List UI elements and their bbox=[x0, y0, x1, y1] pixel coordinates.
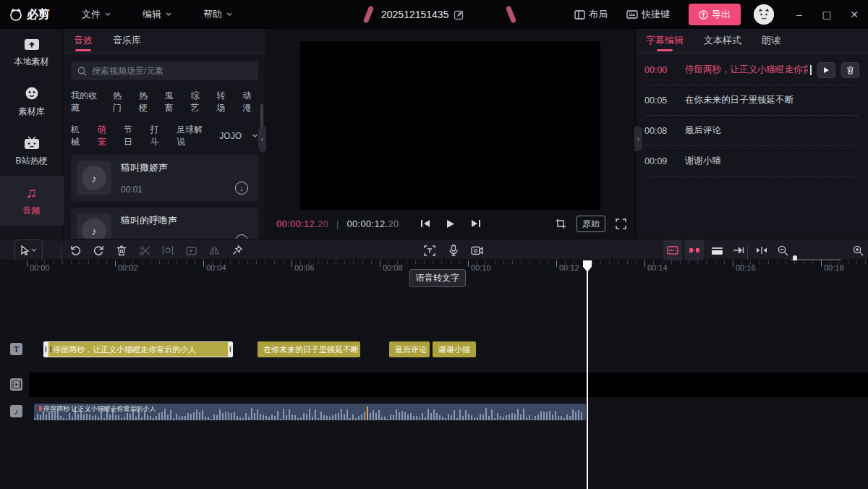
original-ratio-button[interactable]: 原始 bbox=[576, 216, 605, 232]
search-input[interactable]: 搜索视频场景/元素 bbox=[71, 61, 258, 80]
tab-sound-effects[interactable]: 音效 bbox=[74, 34, 93, 53]
trim-button[interactable] bbox=[156, 239, 179, 261]
tag[interactable]: 综艺 bbox=[190, 90, 206, 114]
redo-icon bbox=[93, 245, 104, 255]
tab-subtitle-edit[interactable]: 字幕编辑 bbox=[646, 34, 684, 53]
track-mode-button[interactable] bbox=[705, 239, 728, 261]
delete-button[interactable] bbox=[110, 239, 133, 261]
tag[interactable]: 节日 bbox=[124, 124, 140, 148]
menu-file[interactable]: 文件 bbox=[82, 8, 111, 21]
tab-read-aloud[interactable]: 朗读 bbox=[762, 34, 780, 53]
video-canvas[interactable] bbox=[300, 41, 600, 210]
decorative-slash bbox=[506, 6, 516, 24]
menu-edit[interactable]: 编辑 bbox=[142, 8, 171, 21]
sidebar-item-bilibili-memes[interactable]: B站热梗 bbox=[0, 127, 64, 176]
subtitle-row[interactable]: 00:05 在你未来的日子里顿延不断 bbox=[644, 85, 859, 116]
subtitle-row[interactable]: 00:09 谢谢小猫 bbox=[644, 146, 859, 177]
auto-snap-toggle[interactable] bbox=[685, 239, 704, 261]
fit-timeline-button[interactable] bbox=[750, 239, 773, 261]
edit-title-icon[interactable] bbox=[454, 9, 464, 20]
sidebar-item-library[interactable]: 素材库 bbox=[0, 77, 64, 127]
crop-frame-button[interactable] bbox=[179, 239, 203, 261]
redo-button[interactable] bbox=[87, 239, 110, 261]
subtitle-row[interactable]: 00:08 最后评论 bbox=[644, 116, 859, 146]
subtitle-track-toggle[interactable] bbox=[663, 239, 682, 261]
clip-trim-handle[interactable]: ❙❙ bbox=[43, 341, 48, 357]
select-tool-button[interactable] bbox=[14, 239, 43, 261]
audio-clip[interactable]: 停留两秒 让正义小猫瞪走你背后的小人 bbox=[34, 404, 586, 420]
tag[interactable]: 打斗 bbox=[150, 124, 167, 148]
clip-trim-handle[interactable]: ❙❙ bbox=[228, 341, 233, 357]
tag-row-1: 我的收藏热门热梗鬼畜综艺转场动漫 bbox=[64, 90, 265, 114]
download-icon[interactable]: ↓ bbox=[235, 182, 248, 195]
main-area: 本地素材 素材库 B站热梗 ♫ 音频 ••• 音效 音乐库 bbox=[0, 29, 868, 239]
timeline-area[interactable]: 00:0000:0200:0400:0600:0800:1000:1200:14… bbox=[0, 260, 868, 489]
collapse-media-panel-handle[interactable]: ‹ bbox=[258, 127, 266, 151]
mirror-button[interactable] bbox=[203, 239, 226, 261]
pin-button[interactable] bbox=[226, 239, 249, 261]
play-button[interactable] bbox=[446, 219, 455, 229]
tag[interactable]: 热门 bbox=[113, 90, 129, 114]
undo-button[interactable] bbox=[64, 239, 87, 261]
subtitle-clip[interactable]: 谢谢小猫 bbox=[433, 341, 476, 357]
chevron-down-icon[interactable] bbox=[31, 248, 37, 252]
sidebar-item-local-media[interactable]: 本地素材 bbox=[0, 29, 64, 77]
subtitle-text[interactable]: 谢谢小猫 bbox=[685, 155, 859, 167]
record-voice-button[interactable] bbox=[442, 239, 465, 261]
play-subtitle-button[interactable] bbox=[817, 62, 835, 78]
sidebar-label: 音频 bbox=[23, 205, 41, 217]
subtitle-clip[interactable]: 停留两秒，让正义小猫瞪走你背后的小人❙❙❙❙ bbox=[43, 341, 233, 357]
next-frame-button[interactable] bbox=[471, 219, 481, 228]
subtitle-text[interactable]: 在你未来的日子里顿延不断 bbox=[685, 94, 859, 106]
crop-icon[interactable] bbox=[556, 218, 566, 229]
tag[interactable]: 萌宠 bbox=[98, 124, 114, 148]
fullscreen-icon[interactable] bbox=[616, 218, 626, 229]
avatar[interactable] bbox=[754, 4, 774, 25]
cursor-icon bbox=[20, 245, 30, 255]
sound-item[interactable]: ♪ 猫叫撒娇声 00:01 ↓ bbox=[71, 155, 258, 201]
close-button[interactable]: ✕ bbox=[841, 0, 868, 29]
tag[interactable]: 足球解说 bbox=[176, 124, 209, 148]
sidebar-item-audio[interactable]: ♫ 音频 bbox=[0, 176, 64, 226]
maximize-button[interactable]: ▢ bbox=[813, 0, 841, 29]
menu-help[interactable]: 帮助 bbox=[203, 8, 232, 21]
tag[interactable]: 动漫 bbox=[242, 90, 258, 114]
tag[interactable]: 热梗 bbox=[139, 90, 155, 114]
tag[interactable]: 我的收藏 bbox=[71, 90, 103, 114]
shortcuts-button[interactable]: 快捷键 bbox=[626, 8, 670, 21]
zoom-in-button[interactable] bbox=[846, 239, 868, 261]
video-track-icon bbox=[10, 378, 22, 391]
subtitle-text[interactable]: 最后评论 bbox=[685, 124, 859, 137]
playhead[interactable] bbox=[587, 260, 588, 489]
project-title-group[interactable]: 202512151435 bbox=[381, 0, 464, 29]
total-time: 00:00:12.20 bbox=[347, 218, 399, 229]
subtitle-row[interactable]: 00:00 停留两秒，让正义小猫瞪走你背后的小 bbox=[644, 55, 859, 85]
tag[interactable]: 鬼畜 bbox=[165, 90, 181, 114]
layout-button[interactable]: 布局 bbox=[574, 8, 608, 21]
video-track[interactable] bbox=[29, 373, 868, 397]
delete-subtitle-button[interactable] bbox=[841, 62, 859, 78]
smiley-icon bbox=[25, 86, 39, 101]
subtitle-text[interactable]: 停留两秒，让正义小猫瞪走你背后的小 bbox=[685, 64, 808, 76]
expand-tags-icon[interactable] bbox=[252, 134, 258, 138]
tag[interactable]: 机械 bbox=[71, 124, 88, 148]
speech-to-text-button[interactable] bbox=[418, 239, 441, 261]
music-note-icon: ♫ bbox=[26, 185, 37, 200]
chevron-down-icon bbox=[105, 12, 111, 17]
tag[interactable]: 转场 bbox=[216, 90, 232, 114]
subtitle-clip[interactable]: 最后评论 bbox=[389, 341, 430, 357]
sound-title: 猫叫的呼噜声 bbox=[121, 214, 252, 227]
export-button[interactable]: 导出 bbox=[689, 4, 741, 25]
menu-file-label: 文件 bbox=[82, 8, 101, 21]
subtitle-clip[interactable]: 在你未来的日子里顿延不断 bbox=[258, 341, 360, 357]
tab-text-style[interactable]: 文本样式 bbox=[704, 34, 741, 53]
tab-music-library[interactable]: 音乐库 bbox=[113, 34, 141, 53]
expand-subtitle-panel-handle[interactable]: › bbox=[634, 127, 642, 151]
record-screen-button[interactable] bbox=[465, 239, 488, 261]
zoom-out-icon bbox=[778, 245, 788, 256]
minimize-button[interactable]: – bbox=[786, 0, 813, 29]
split-scissors-button[interactable] bbox=[133, 239, 156, 261]
previous-frame-button[interactable] bbox=[420, 219, 430, 228]
tag[interactable]: JOJO bbox=[219, 131, 242, 141]
audio-mixer-icon bbox=[733, 245, 744, 255]
